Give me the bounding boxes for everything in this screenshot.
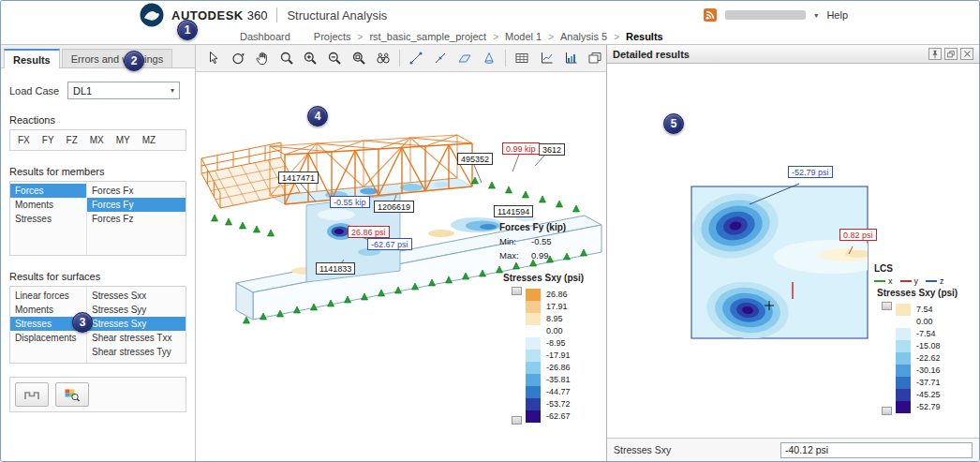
stress-legend: Stresses Sxy (psi) 26.86 17.91 8.95 0.00… <box>503 273 584 423</box>
breadcrumb-item-analysis[interactable]: Analysis 5 <box>560 31 607 42</box>
tab-results[interactable]: Results <box>4 49 60 68</box>
pan-tool-button[interactable] <box>251 47 275 69</box>
axes-graph-icon <box>538 50 555 67</box>
stress-readout-field[interactable] <box>780 442 973 458</box>
restore-button[interactable] <box>944 48 958 60</box>
legend-band: 0.00 <box>896 316 958 328</box>
stress-legend-title: Stresses Sxy (psi) <box>503 273 584 283</box>
legend-band: -30.16 <box>896 365 958 377</box>
legend-swatch <box>896 316 911 328</box>
model-label-node: 1206619 <box>374 201 414 213</box>
member-category-stresses[interactable]: Stresses <box>10 212 86 226</box>
x-axis-line-icon <box>874 280 885 282</box>
surface-option-sxy[interactable]: Stresses Sxy <box>87 317 186 331</box>
member-category-forces[interactable]: Forces <box>10 184 86 198</box>
zoom-in-tool-button[interactable] <box>299 47 322 69</box>
surface-category-linear-forces[interactable]: Linear forces <box>10 289 86 303</box>
tab-errors-warnings[interactable]: Errors and warnings <box>62 49 172 67</box>
legend-band: -8.95 <box>526 337 584 350</box>
orbit-tool-button[interactable] <box>227 47 250 69</box>
reaction-mx[interactable]: MX <box>90 135 104 145</box>
reaction-fy[interactable]: FY <box>42 135 54 145</box>
help-link[interactable]: Help <box>826 9 848 21</box>
chart-tool-button[interactable] <box>558 47 582 69</box>
surfaces-option-column: Stresses Sxx Stresses Syy Stresses Sxy S… <box>87 287 186 363</box>
forces-min-label: Min: <box>499 236 531 246</box>
member-option-forces-fy[interactable]: Forces Fy <box>87 198 186 212</box>
reactions-box: FX FY FZ MX MY MZ <box>9 129 186 151</box>
select-tool-button[interactable] <box>202 47 226 69</box>
forces-legend: Forces Fy (kip) Min:-0.55 Max:0.99 <box>499 222 566 261</box>
reaction-fx[interactable]: FX <box>18 135 30 145</box>
member-option-forces-fz[interactable]: Forces Fz <box>87 212 186 226</box>
graph-tool-button[interactable] <box>535 47 558 69</box>
legend-value: 26.86 <box>541 289 568 301</box>
legend-value: -53.72 <box>541 398 571 410</box>
user-menu-caret-icon[interactable]: ▾ <box>814 11 818 20</box>
reaction-my[interactable]: MY <box>116 135 130 145</box>
surface-option-sxx[interactable]: Stresses Sxx <box>87 289 186 303</box>
zoom-in-icon <box>302 50 319 67</box>
surface-option-txx[interactable]: Shear stresses Txx <box>87 331 186 345</box>
legend-band: -37.71 <box>896 377 958 389</box>
legend-value: 0.00 <box>911 316 933 328</box>
zoom-out-tool-button[interactable] <box>323 47 347 69</box>
callout-badge-4: 4 <box>307 106 328 127</box>
callout-badge-1: 1 <box>177 20 198 40</box>
support-tool-button[interactable] <box>477 47 500 69</box>
notifications-feed-icon[interactable] <box>704 8 717 22</box>
legend-band: 17.91 <box>526 301 584 313</box>
layout-tool-button[interactable] <box>583 47 606 69</box>
load-case-select[interactable]: DL1 ▾ <box>67 82 180 99</box>
main-layout: Results Errors and warnings Load Case DL… <box>1 45 979 461</box>
members-box: Forces Moments Stresses Forces Fx Forces… <box>9 181 186 256</box>
table-grid-icon <box>513 50 530 67</box>
table-tool-button[interactable] <box>511 47 534 69</box>
members-category-column: Forces Moments Stresses <box>10 182 87 255</box>
legend-swatch <box>526 362 541 374</box>
legend-swatch <box>896 401 911 413</box>
legend-value: 7.54 <box>911 304 933 316</box>
detail-legend-slider-top[interactable] <box>882 302 892 310</box>
node-tool-button[interactable] <box>429 47 453 69</box>
close-button[interactable] <box>960 48 973 60</box>
detail-stress-legend-title: Stresses Sxy (psi) <box>877 288 958 298</box>
reaction-fz[interactable]: FZ <box>67 135 78 145</box>
breadcrumb-item-dashboard[interactable]: Dashboard <box>240 31 290 42</box>
measure-line-icon <box>408 50 424 67</box>
surface-option-tyy[interactable]: Shear stresses Tyy <box>87 345 186 359</box>
detail-legend-slider-bottom[interactable] <box>882 407 892 415</box>
bar-chart-icon <box>562 50 579 67</box>
find-tool-button[interactable] <box>371 47 394 69</box>
member-category-moments[interactable]: Moments <box>10 198 86 212</box>
surface-category-displacements[interactable]: Displacements <box>10 331 86 345</box>
legend-slider-bottom[interactable] <box>512 416 522 425</box>
reaction-mz[interactable]: MZ <box>142 135 156 145</box>
measure-tool-button[interactable] <box>405 47 428 69</box>
detail-label-stress-max: 0.82 psi <box>839 229 877 241</box>
zoom-window-tool-button[interactable] <box>275 47 298 69</box>
legend-slider-top[interactable] <box>512 287 522 295</box>
member-option-forces-fx[interactable]: Forces Fx <box>87 184 186 198</box>
lcs-title: LCS <box>874 263 944 274</box>
surface-option-syy[interactable]: Stresses Syy <box>87 303 186 317</box>
legend-swatch <box>526 289 541 301</box>
legend-value: -17.91 <box>541 350 571 362</box>
zoom-fit-tool-button[interactable] <box>348 47 371 69</box>
legend-swatch <box>526 374 541 386</box>
breadcrumb-item-projects[interactable]: Projects <box>314 31 351 42</box>
surface-tool-button[interactable] <box>453 47 476 69</box>
legend-band: 26.86 <box>526 289 584 301</box>
breadcrumb-item-project[interactable]: rst_basic_sample_project <box>369 31 486 42</box>
result-explore-button[interactable] <box>55 382 89 407</box>
orbit-icon <box>230 50 246 67</box>
legend-swatch <box>526 350 541 362</box>
pin-button[interactable] <box>928 48 942 60</box>
section-view-button[interactable] <box>15 382 49 407</box>
breadcrumb-item-model[interactable]: Model 1 <box>505 31 542 42</box>
model-canvas[interactable]: 1417471 -0.55 kip 1206619 495352 3612 0.… <box>196 72 606 461</box>
legend-value: -15.08 <box>911 340 941 352</box>
user-name-redacted[interactable] <box>725 10 806 20</box>
legend-band: -15.08 <box>896 340 958 352</box>
callout-badge-5: 5 <box>663 113 684 134</box>
